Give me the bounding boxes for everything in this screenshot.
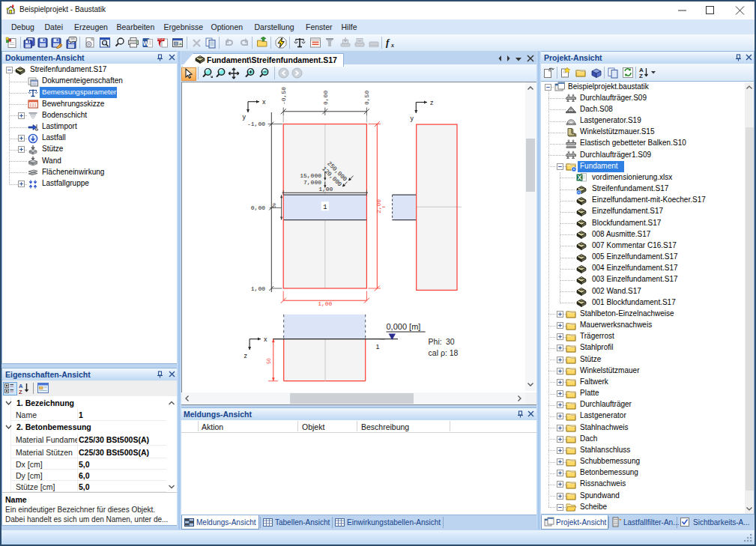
svg-text:1: 1 [375,343,379,351]
svg-text:0,000 [m]: 0,000 [m] [387,322,421,331]
svg-text:Z: Z [639,73,643,79]
svg-text:7,000: 7,000 [303,179,321,186]
svg-text:z: z [430,99,434,106]
svg-text:f: f [386,37,390,48]
svg-text:y: y [243,113,247,121]
svg-text:0,50: 0,50 [363,91,370,105]
svg-text:0,00: 0,00 [322,91,329,105]
svg-text:50: 50 [272,203,277,209]
svg-text:2,00: 2,00 [375,199,382,213]
svg-text:PDF: PDF [157,37,164,41]
svg-text:x: x [264,336,267,343]
svg-text:z: z [244,352,248,360]
svg-text:x: x [390,42,394,49]
svg-text:-0,50: -0,50 [280,87,287,105]
svg-text:0,00: 0,00 [251,204,265,211]
svg-text:-1,00: -1,00 [247,121,265,127]
svg-text:y: y [411,115,414,122]
svg-text:15,000: 15,000 [300,172,321,179]
svg-text:Z: Z [19,389,22,395]
svg-text:x: x [262,98,266,106]
svg-text:30: 30 [446,337,455,346]
svg-text:50: 50 [267,358,272,364]
svg-text:1: 1 [323,203,327,211]
svg-text:X: X [578,174,582,181]
svg-text:1,00: 1,00 [318,186,333,192]
svg-text:1,00: 1,00 [251,285,265,292]
svg-text:1,00: 1,00 [318,300,332,307]
svg-text:cal ρ: 18: cal ρ: 18 [429,348,459,357]
svg-text:W: W [143,40,150,47]
svg-text:Phi:: Phi: [429,337,442,346]
